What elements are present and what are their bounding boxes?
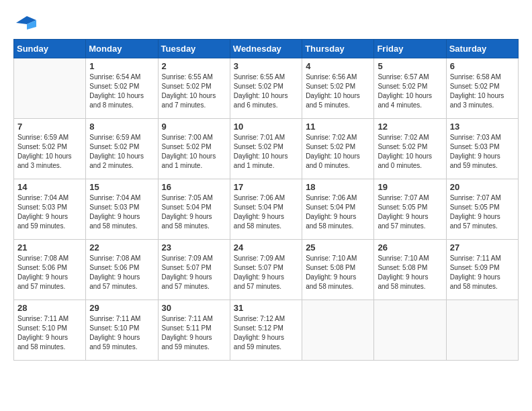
logo	[13, 13, 39, 32]
day-info: Sunrise: 7:06 AM Sunset: 5:04 PM Dayligh…	[306, 193, 370, 231]
calendar-week-row: 14Sunrise: 7:04 AM Sunset: 5:03 PM Dayli…	[14, 179, 519, 240]
day-number: 1	[89, 61, 154, 71]
day-info: Sunrise: 7:10 AM Sunset: 5:08 PM Dayligh…	[378, 254, 442, 291]
day-info: Sunrise: 7:10 AM Sunset: 5:08 PM Dayligh…	[306, 254, 370, 291]
day-number: 30	[162, 303, 226, 313]
day-info: Sunrise: 6:56 AM Sunset: 5:02 PM Dayligh…	[306, 73, 370, 110]
day-number: 18	[306, 182, 370, 192]
calendar-weekday-tuesday: Tuesday	[158, 40, 230, 58]
calendar-day-cell	[14, 58, 86, 119]
day-number: 21	[17, 242, 82, 253]
calendar-weekday-saturday: Saturday	[446, 40, 518, 58]
day-number: 2	[162, 61, 226, 71]
day-info: Sunrise: 7:07 AM Sunset: 5:05 PM Dayligh…	[450, 193, 515, 231]
day-info: Sunrise: 6:55 AM Sunset: 5:02 PM Dayligh…	[234, 73, 298, 110]
day-info: Sunrise: 7:03 AM Sunset: 5:03 PM Dayligh…	[450, 133, 515, 171]
calendar-day-cell: 28Sunrise: 7:11 AM Sunset: 5:10 PM Dayli…	[14, 300, 86, 361]
day-info: Sunrise: 7:00 AM Sunset: 5:02 PM Dayligh…	[162, 133, 226, 171]
logo-icon	[13, 13, 36, 32]
day-info: Sunrise: 7:06 AM Sunset: 5:04 PM Dayligh…	[234, 193, 298, 231]
calendar-header-row: SundayMondayTuesdayWednesdayThursdayFrid…	[14, 40, 519, 58]
day-info: Sunrise: 7:11 AM Sunset: 5:10 PM Dayligh…	[89, 314, 154, 352]
day-info: Sunrise: 7:02 AM Sunset: 5:02 PM Dayligh…	[306, 133, 370, 171]
day-info: Sunrise: 6:55 AM Sunset: 5:02 PM Dayligh…	[162, 73, 226, 110]
calendar-weekday-wednesday: Wednesday	[230, 40, 302, 58]
day-info: Sunrise: 7:08 AM Sunset: 5:06 PM Dayligh…	[89, 254, 154, 291]
day-number: 8	[89, 122, 154, 132]
calendar-day-cell: 18Sunrise: 7:06 AM Sunset: 5:04 PM Dayli…	[302, 179, 374, 240]
day-number: 29	[89, 303, 154, 313]
calendar-day-cell: 22Sunrise: 7:08 AM Sunset: 5:06 PM Dayli…	[86, 240, 158, 300]
day-number: 25	[306, 242, 370, 253]
calendar-day-cell: 14Sunrise: 7:04 AM Sunset: 5:03 PM Dayli…	[14, 179, 86, 240]
calendar-day-cell: 4Sunrise: 6:56 AM Sunset: 5:02 PM Daylig…	[302, 58, 374, 119]
calendar-day-cell: 7Sunrise: 6:59 AM Sunset: 5:02 PM Daylig…	[14, 119, 86, 179]
day-number: 13	[450, 122, 515, 132]
calendar-table: SundayMondayTuesdayWednesdayThursdayFrid…	[13, 39, 519, 361]
calendar-weekday-thursday: Thursday	[302, 40, 374, 58]
calendar-week-row: 7Sunrise: 6:59 AM Sunset: 5:02 PM Daylig…	[14, 119, 519, 179]
day-number: 22	[89, 242, 154, 253]
calendar-day-cell	[374, 300, 446, 361]
day-info: Sunrise: 7:04 AM Sunset: 5:03 PM Dayligh…	[17, 193, 82, 231]
day-number: 10	[234, 122, 298, 132]
day-number: 28	[17, 303, 82, 313]
calendar-day-cell: 25Sunrise: 7:10 AM Sunset: 5:08 PM Dayli…	[302, 240, 374, 300]
day-info: Sunrise: 6:58 AM Sunset: 5:02 PM Dayligh…	[450, 73, 515, 110]
calendar-day-cell: 27Sunrise: 7:11 AM Sunset: 5:09 PM Dayli…	[446, 240, 518, 300]
day-number: 4	[306, 61, 370, 71]
calendar-day-cell: 24Sunrise: 7:09 AM Sunset: 5:07 PM Dayli…	[230, 240, 302, 300]
day-info: Sunrise: 7:11 AM Sunset: 5:11 PM Dayligh…	[162, 314, 226, 352]
day-number: 27	[450, 242, 515, 253]
day-info: Sunrise: 7:08 AM Sunset: 5:06 PM Dayligh…	[17, 254, 82, 291]
day-number: 19	[378, 182, 442, 192]
calendar-day-cell: 10Sunrise: 7:01 AM Sunset: 5:02 PM Dayli…	[230, 119, 302, 179]
calendar-week-row: 21Sunrise: 7:08 AM Sunset: 5:06 PM Dayli…	[14, 240, 519, 300]
day-number: 3	[234, 61, 298, 71]
calendar-day-cell: 26Sunrise: 7:10 AM Sunset: 5:08 PM Dayli…	[374, 240, 446, 300]
calendar-day-cell: 9Sunrise: 7:00 AM Sunset: 5:02 PM Daylig…	[158, 119, 230, 179]
day-info: Sunrise: 6:59 AM Sunset: 5:02 PM Dayligh…	[89, 133, 154, 171]
calendar-day-cell: 11Sunrise: 7:02 AM Sunset: 5:02 PM Dayli…	[302, 119, 374, 179]
day-number: 14	[17, 182, 82, 192]
day-info: Sunrise: 7:09 AM Sunset: 5:07 PM Dayligh…	[234, 254, 298, 291]
day-info: Sunrise: 6:59 AM Sunset: 5:02 PM Dayligh…	[17, 133, 82, 171]
calendar-day-cell: 2Sunrise: 6:55 AM Sunset: 5:02 PM Daylig…	[158, 58, 230, 119]
day-number: 12	[378, 122, 442, 132]
day-info: Sunrise: 7:01 AM Sunset: 5:02 PM Dayligh…	[234, 133, 298, 171]
calendar-day-cell: 30Sunrise: 7:11 AM Sunset: 5:11 PM Dayli…	[158, 300, 230, 361]
day-info: Sunrise: 7:12 AM Sunset: 5:12 PM Dayligh…	[234, 314, 298, 352]
day-info: Sunrise: 6:54 AM Sunset: 5:02 PM Dayligh…	[89, 73, 154, 110]
calendar-day-cell: 5Sunrise: 6:57 AM Sunset: 5:02 PM Daylig…	[374, 58, 446, 119]
day-number: 5	[378, 61, 442, 71]
day-number: 7	[17, 122, 82, 132]
day-info: Sunrise: 7:02 AM Sunset: 5:02 PM Dayligh…	[378, 133, 442, 171]
day-info: Sunrise: 7:07 AM Sunset: 5:05 PM Dayligh…	[378, 193, 442, 231]
day-info: Sunrise: 7:11 AM Sunset: 5:10 PM Dayligh…	[17, 314, 82, 352]
page-header	[13, 13, 519, 32]
calendar-day-cell	[446, 300, 518, 361]
day-number: 16	[162, 182, 226, 192]
day-number: 26	[378, 242, 442, 253]
calendar-day-cell	[302, 300, 374, 361]
calendar-day-cell: 20Sunrise: 7:07 AM Sunset: 5:05 PM Dayli…	[446, 179, 518, 240]
calendar-day-cell: 3Sunrise: 6:55 AM Sunset: 5:02 PM Daylig…	[230, 58, 302, 119]
calendar-weekday-sunday: Sunday	[14, 40, 86, 58]
calendar-day-cell: 21Sunrise: 7:08 AM Sunset: 5:06 PM Dayli…	[14, 240, 86, 300]
day-info: Sunrise: 7:11 AM Sunset: 5:09 PM Dayligh…	[450, 254, 515, 291]
day-number: 23	[162, 242, 226, 253]
calendar-day-cell: 16Sunrise: 7:05 AM Sunset: 5:04 PM Dayli…	[158, 179, 230, 240]
calendar-day-cell: 12Sunrise: 7:02 AM Sunset: 5:02 PM Dayli…	[374, 119, 446, 179]
calendar-day-cell: 8Sunrise: 6:59 AM Sunset: 5:02 PM Daylig…	[86, 119, 158, 179]
calendar-week-row: 28Sunrise: 7:11 AM Sunset: 5:10 PM Dayli…	[14, 300, 519, 361]
calendar-weekday-friday: Friday	[374, 40, 446, 58]
day-info: Sunrise: 7:04 AM Sunset: 5:03 PM Dayligh…	[89, 193, 154, 231]
calendar-day-cell: 17Sunrise: 7:06 AM Sunset: 5:04 PM Dayli…	[230, 179, 302, 240]
calendar-day-cell: 23Sunrise: 7:09 AM Sunset: 5:07 PM Dayli…	[158, 240, 230, 300]
day-number: 31	[234, 303, 298, 313]
calendar-day-cell: 13Sunrise: 7:03 AM Sunset: 5:03 PM Dayli…	[446, 119, 518, 179]
day-info: Sunrise: 7:09 AM Sunset: 5:07 PM Dayligh…	[162, 254, 226, 291]
day-number: 20	[450, 182, 515, 192]
day-info: Sunrise: 6:57 AM Sunset: 5:02 PM Dayligh…	[378, 73, 442, 110]
calendar-weekday-monday: Monday	[86, 40, 158, 58]
